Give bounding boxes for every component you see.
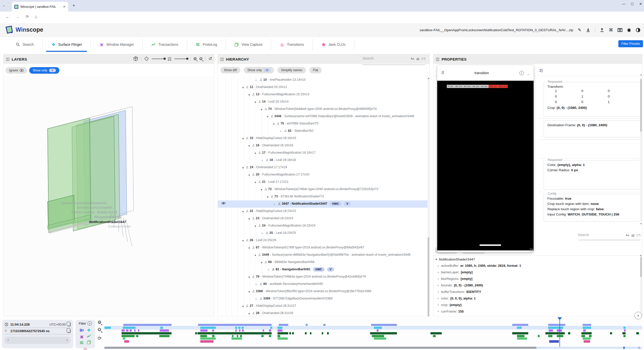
expander-icon[interactable]: ▼: [242, 86, 246, 90]
reload-icon[interactable]: ⟳: [26, 14, 29, 19]
hierarchy-tree-row[interactable]: ▼ Д 72 - WindowToken{a2746de type=2040 a…: [218, 186, 427, 193]
trace-event-bar[interactable]: [549, 340, 559, 343]
layer-3d-label[interactable]: Common Panel: [108, 225, 131, 228]
trace-event-bar[interactable]: [512, 332, 528, 334]
timeline-cursor[interactable]: [559, 319, 560, 347]
expander-icon[interactable]: ●: [280, 129, 284, 133]
overlay-title-bar[interactable]: ⠿ transition i _: [437, 65, 534, 81]
hierarchy-tree-row[interactable]: ▼ Д 16 - OneHanded:16:16#16: [218, 142, 427, 149]
expander-icon[interactable]: ▼: [254, 224, 258, 228]
info-icon[interactable]: i: [519, 71, 524, 75]
trace-event-bar[interactable]: [138, 329, 139, 332]
trace-event-bar[interactable]: [235, 329, 237, 332]
nanoseconds-field[interactable]: ⚐ 1715339054227572545 ns: [5, 328, 71, 334]
trace-tab-search[interactable]: Search: [7, 39, 43, 50]
hierarchy-filter-button[interactable]: Show diff: [220, 67, 240, 73]
trace-event-bar[interactable]: [277, 327, 282, 329]
hierarchy-tree-row[interactable]: ▼ Д 19 - OneHanded:17:17#19: [218, 164, 427, 171]
trace-event-bar[interactable]: [374, 337, 386, 340]
expander-icon[interactable]: ▼: [266, 195, 270, 199]
trace-event-bar[interactable]: [269, 335, 271, 337]
timeline-canvas[interactable]: [104, 317, 642, 350]
layer-3d-label[interactable]: PointerLocation - display 0#134: [71, 210, 117, 214]
trace-event-bar[interactable]: [134, 329, 136, 332]
resize-handle[interactable]: [530, 248, 533, 252]
timeline-minimap[interactable]: [104, 347, 642, 349]
trace-event-bar[interactable]: [239, 329, 240, 332]
trace-event-bar[interactable]: [517, 327, 522, 329]
trace-event-bar[interactable]: [200, 335, 207, 337]
hierarchy-tree-row[interactable]: ▼ Д 27 - HideDisplayCutout:26:31#27: [218, 302, 427, 310]
maximize-window-icon[interactable]: ▢: [631, 2, 634, 6]
report-bug-icon[interactable]: [627, 28, 631, 32]
filter-layers-icon[interactable]: ❖: [87, 328, 91, 333]
trace-event-bar[interactable]: [583, 337, 591, 340]
filter-squares-icon[interactable]: [87, 340, 91, 345]
expander-icon[interactable]: ●: [268, 268, 272, 272]
trace-event-bar[interactable]: [433, 335, 436, 337]
rotation-icon[interactable]: [144, 57, 149, 61]
trace-tab-view-capture[interactable]: View Capture: [226, 39, 271, 50]
scroll-up-icon[interactable]: ▲: [640, 73, 642, 76]
shortcuts-icon[interactable]: ⌘: [609, 27, 613, 33]
trace-event-bar[interactable]: [538, 335, 539, 337]
trace-event-bar[interactable]: [581, 335, 585, 337]
trace-event-bar[interactable]: [370, 332, 397, 334]
trace-tab-transactions[interactable]: Transactions: [143, 39, 187, 50]
trace-event-bar[interactable]: [212, 329, 214, 332]
hierarchy-tree-row[interactable]: ▼ Д 3449 - Surface(name=885b63e Navigati…: [218, 251, 427, 259]
expander-icon[interactable]: ▼: [254, 181, 258, 184]
trace-tab-window-manager[interactable]: ▣ Window Manager: [91, 39, 143, 50]
trace-event-bar[interactable]: [610, 332, 612, 334]
layer-3d-label[interactable]: ScreenDecorOverlayBottom#61: [61, 201, 107, 205]
edit-icon[interactable]: ✎: [578, 27, 581, 33]
property-list-row[interactable]: ● crop:{empty}: [433, 302, 639, 308]
trace-event-bar[interactable]: [374, 327, 382, 329]
expander-icon[interactable]: ▼: [260, 188, 264, 192]
trace-event-bar[interactable]: [126, 329, 129, 332]
filter-window-icon[interactable]: ▣: [80, 334, 84, 339]
hierarchy-filter-button[interactable]: Show only V: [244, 67, 274, 73]
zoom-out-icon[interactable]: −: [98, 328, 101, 331]
trace-event-bar[interactable]: [305, 332, 306, 334]
trace-event-bar[interactable]: [322, 332, 323, 334]
trace-tab-transitions[interactable]: ◎ Transitions: [271, 39, 313, 50]
next-frame-icon[interactable]: ›: [66, 338, 68, 342]
trace-event-bar[interactable]: [622, 332, 626, 334]
hierarchy-tree-row[interactable]: ▼ Д 13 - FullscreenMagnification:15:15#1…: [218, 91, 427, 98]
trace-event-bar[interactable]: [197, 332, 272, 334]
trace-event-bar[interactable]: [269, 329, 271, 332]
hierarchy-tree-row[interactable]: ● Д 80 - ace6abb SecondaryHomeHandle0#80: [218, 281, 427, 288]
trace-event-bar[interactable]: [624, 329, 625, 332]
trace-event-bar[interactable]: [200, 327, 216, 329]
expander-icon[interactable]: ●: [274, 202, 278, 206]
expander-icon[interactable]: ●: [255, 297, 259, 301]
trace-event-bar[interactable]: [277, 332, 288, 334]
trace-event-bar[interactable]: [372, 335, 384, 337]
trace-event-bar[interactable]: [517, 335, 525, 337]
trace-event-bar[interactable]: [159, 335, 170, 337]
hierarchy-tree-row[interactable]: ▼ Д 12 - OneHanded:15:15#12: [218, 84, 427, 91]
expander-icon[interactable]: ▼: [242, 239, 246, 243]
trace-event-bar[interactable]: [549, 329, 553, 332]
hierarchy-tree-row[interactable]: ▼ Д 14 - Leaf:15:15#14: [218, 98, 427, 106]
rotation-slider[interactable]: [152, 59, 165, 59]
ignore-button[interactable]: Ignore: [6, 67, 27, 74]
trace-event-bar[interactable]: [584, 340, 590, 343]
hierarchy-tree-row[interactable]: ▼ Д 21 - Leaf:17:17#21: [218, 179, 427, 186]
collapse-filter-icon[interactable]: ∧: [88, 321, 92, 326]
expander-icon[interactable]: ▼: [254, 100, 258, 104]
hierarchy-tree-row[interactable]: ● Д 82 - StatusBar#82: [218, 127, 427, 135]
expander-icon[interactable]: ▼: [248, 144, 252, 148]
dark-mode-toggle-icon[interactable]: [636, 28, 640, 32]
trace-event-bar[interactable]: [195, 332, 197, 334]
trace-event-bar[interactable]: [160, 327, 163, 329]
trace-event-bar[interactable]: [122, 329, 125, 332]
frame-step-control[interactable]: ‹ ›: [5, 337, 71, 344]
trace-event-bar[interactable]: [327, 332, 329, 334]
layer-3d-label[interactable]: ScreenDecorOverlay#60: [76, 206, 112, 209]
hierarchy-tree-row[interactable]: ▼ Д 22 - HideDisplayCutout:18:23#22: [218, 208, 427, 215]
trace-event-bar[interactable]: [136, 335, 138, 337]
expander-icon[interactable]: ▼: [266, 115, 270, 119]
trace-event-bar[interactable]: [581, 332, 592, 334]
